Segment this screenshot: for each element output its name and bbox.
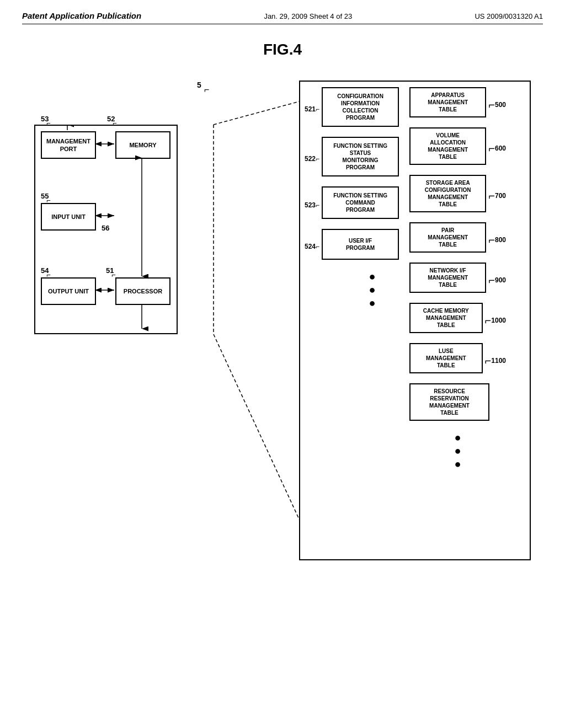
input-unit-label: INPUT UNIT: [51, 213, 86, 221]
programs-column: 521⌐ CONFIGURATIONINFORMATIONCOLLECTIONP…: [305, 87, 401, 470]
tbl-1000-row: CACHE MEMORYMANAGEMENTTABLE ⌐ 1000: [409, 303, 506, 338]
header-publication-label: Patent Application Publication: [22, 11, 141, 20]
page: Patent Application Publication Jan. 29, …: [0, 0, 565, 728]
output-unit-label: OUTPUT UNIT: [48, 287, 89, 295]
right-panel-columns: 521⌐ CONFIGURATIONINFORMATIONCOLLECTIONP…: [305, 87, 525, 470]
ref-56: 56: [102, 224, 109, 232]
ref-523: 523⌐: [305, 201, 319, 209]
tbl-res-res-box: RESOURCERESERVATIONMANAGEMENTTABLE: [409, 383, 489, 421]
figure-title: FIG.4: [22, 41, 543, 58]
processor-label: PROCESSOR: [124, 287, 162, 295]
ref-53-brace: ⌐: [46, 119, 51, 127]
tbl-800-row: PAIRMANAGEMENTTABLE ⌐ 800: [409, 222, 506, 257]
tables-column: APPARATUSMANAGEMENTTABLE ⌐ 500 VOLUMEALL…: [409, 87, 506, 470]
tbl-700-box: STORAGE AREACONFIGURATIONMANAGEMENTTABLE: [409, 175, 486, 212]
tbl-700-row: STORAGE AREACONFIGURATIONMANAGEMENTTABLE…: [409, 175, 506, 217]
memory-box: MEMORY: [115, 131, 170, 159]
tbl-800-box: PAIRMANAGEMENTTABLE: [409, 222, 486, 253]
output-unit-box: OUTPUT UNIT: [41, 277, 96, 305]
prog-523-row: 523⌐ FUNCTION SETTINGCOMMANDPROGRAM: [305, 186, 401, 223]
left-box: 53 ⌐ 52 ⌐ MANAGEMENTPORT MEMORY 55 ⌐ INP…: [34, 125, 178, 334]
prog-522-row: 522⌐ FUNCTION SETTINGSTATUSMONITORINGPRO…: [305, 137, 401, 181]
tbl-1100-row: LUSEMANAGEMENTTABLE ⌐ 1100: [409, 343, 506, 378]
prog-522-box: FUNCTION SETTINGSTATUSMONITORINGPROGRAM: [322, 137, 399, 176]
tbl-1000-ref: ⌐ 1000: [485, 315, 506, 326]
ref-52-brace: ⌐: [113, 119, 117, 127]
prog-523-box: FUNCTION SETTINGCOMMANDPROGRAM: [322, 186, 399, 219]
ref-5: 5: [197, 81, 201, 89]
memory-label: MEMORY: [129, 141, 156, 149]
processor-box: PROCESSOR: [115, 277, 170, 305]
tbl-res-res-row: RESOURCERESERVATIONMANAGEMENTTABLE: [409, 383, 506, 425]
ref-522: 522⌐: [305, 155, 319, 163]
ref-5-brace: ⌐: [204, 85, 209, 95]
header-patent-number: US 2009/0031320 A1: [475, 12, 543, 20]
prog-524-box: USER I/FPROGRAM: [322, 229, 399, 260]
tbl-500-row: APPARATUSMANAGEMENTTABLE ⌐ 500: [409, 87, 506, 122]
management-port-label: MANAGEMENTPORT: [46, 137, 90, 153]
tbl-800-ref: ⌐ 800: [488, 234, 506, 245]
prog-521-row: 521⌐ CONFIGURATIONINFORMATIONCOLLECTIONP…: [305, 87, 401, 131]
tbl-600-ref: ⌐ 600: [488, 143, 506, 154]
tbl-1100-ref: ⌐ 1100: [485, 355, 506, 366]
right-panel: 521⌐ CONFIGURATIONINFORMATIONCOLLECTIONP…: [299, 81, 531, 560]
header-date-sheet: Jan. 29, 2009 Sheet 4 of 23: [264, 12, 352, 20]
header: Patent Application Publication Jan. 29, …: [22, 11, 543, 24]
ref-521: 521⌐: [305, 105, 319, 113]
diagram-area: 5 ⌐ 53 ⌐ 52 ⌐ MANAGEMENTPORT MEMORY 55 ⌐: [34, 81, 531, 577]
tbl-600-box: VOLUMEALLOCATIONMANAGEMENTTABLE: [409, 127, 486, 165]
prog-521-box: CONFIGURATIONINFORMATIONCOLLECTIONPROGRA…: [322, 87, 399, 127]
prog-dots: ●●●: [305, 270, 401, 309]
management-port-box: MANAGEMENTPORT: [41, 131, 96, 159]
prog-524-row: 524⌐ USER I/FPROGRAM: [305, 229, 401, 264]
tbl-600-row: VOLUMEALLOCATIONMANAGEMENTTABLE ⌐ 600: [409, 127, 506, 169]
tbl-500-box: APPARATUSMANAGEMENTTABLE: [409, 87, 486, 117]
tbl-500-ref: ⌐ 500: [488, 99, 506, 110]
dashed-line-svg: [175, 81, 318, 560]
input-unit-box: INPUT UNIT: [41, 203, 96, 231]
tbl-900-row: NETWORK I/FMANAGEMENTTABLE ⌐ 900: [409, 263, 506, 297]
ref-524: 524⌐: [305, 243, 319, 250]
tbl-900-box: NETWORK I/FMANAGEMENTTABLE: [409, 263, 486, 293]
tbl-dots: ●●●: [409, 431, 506, 470]
tbl-1000-box: CACHE MEMORYMANAGEMENTTABLE: [409, 303, 483, 333]
tbl-900-ref: ⌐ 900: [488, 275, 506, 286]
tbl-1100-box: LUSEMANAGEMENTTABLE: [409, 343, 483, 373]
tbl-700-ref: ⌐ 700: [488, 190, 506, 201]
